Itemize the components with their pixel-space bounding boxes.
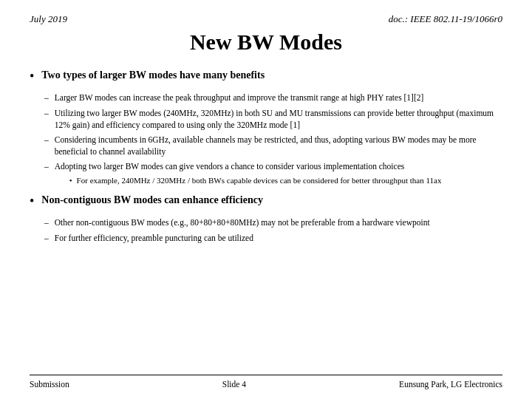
dash-icon: – — [44, 107, 49, 120]
sub-item-text: For further efficiency, preamble punctur… — [55, 232, 502, 244]
list-item: • For example, 240MHz / 320MHz / both BW… — [69, 175, 502, 187]
content-area: • Two types of larger BW modes have many… — [30, 68, 502, 375]
dash-icon: – — [44, 232, 49, 245]
dash-icon: – — [44, 134, 49, 146]
page-title: New BW Modes — [30, 30, 502, 55]
bullet-icon: • — [30, 66, 34, 86]
sub-sub-items: • For example, 240MHz / 320MHz / both BW… — [69, 175, 502, 187]
dash-icon: – — [44, 92, 49, 104]
sub-items-1: – Larger BW modes can increase the peak … — [44, 92, 502, 188]
dash-icon: – — [44, 160, 49, 173]
sub-item-text: Utilizing two larger BW modes (240MHz, 3… — [55, 107, 502, 131]
list-item: • Non-contiguous BW modes can enhance ef… — [30, 193, 502, 211]
sub-item-text: Other non-contiguous BW modes (e.g., 80+… — [55, 216, 502, 228]
sub-sub-item-text: For example, 240MHz / 320MHz / both BWs … — [77, 175, 502, 186]
list-item: – Larger BW modes can increase the peak … — [44, 92, 502, 104]
bullet-label: Non-contiguous BW modes can enhance effi… — [41, 193, 263, 208]
bullet-label: Two types of larger BW modes have many b… — [41, 68, 265, 83]
sub-items-2: – Other non-contiguous BW modes (e.g., 8… — [44, 216, 502, 244]
list-item: – Considering incumbents in 6GHz, availa… — [44, 134, 502, 157]
page: July 2019 doc.: IEEE 802.11-19/1066r0 Ne… — [0, 0, 532, 399]
footer-right: Eunsung Park, LG Electronics — [399, 380, 502, 389]
list-item: – For further efficiency, preamble punct… — [44, 232, 502, 245]
footer-center: Slide 4 — [222, 380, 246, 389]
sub-item-text: Considering incumbents in 6GHz, availabl… — [55, 134, 502, 157]
sub-item-text: Larger BW modes can increase the peak th… — [55, 92, 502, 103]
dash-icon: – — [44, 216, 49, 229]
title-section: New BW Modes — [30, 30, 502, 55]
sub-item-text: Adopting two larger BW modes can give ve… — [55, 162, 405, 171]
list-item: • Two types of larger BW modes have many… — [30, 68, 502, 86]
header-date: July 2019 — [30, 13, 67, 25]
list-item: – Other non-contiguous BW modes (e.g., 8… — [44, 216, 502, 229]
header: July 2019 doc.: IEEE 802.11-19/1066r0 — [30, 13, 502, 25]
list-item: – Utilizing two larger BW modes (240MHz,… — [44, 107, 502, 131]
header-doc: doc.: IEEE 802.11-19/1066r0 — [389, 13, 502, 25]
bullet-icon: • — [69, 175, 72, 187]
footer-left: Submission — [30, 380, 69, 389]
bullet-icon: • — [30, 191, 34, 211]
footer: Submission Slide 4 Eunsung Park, LG Elec… — [30, 375, 502, 389]
list-item: – Adopting two larger BW modes can give … — [44, 160, 502, 188]
